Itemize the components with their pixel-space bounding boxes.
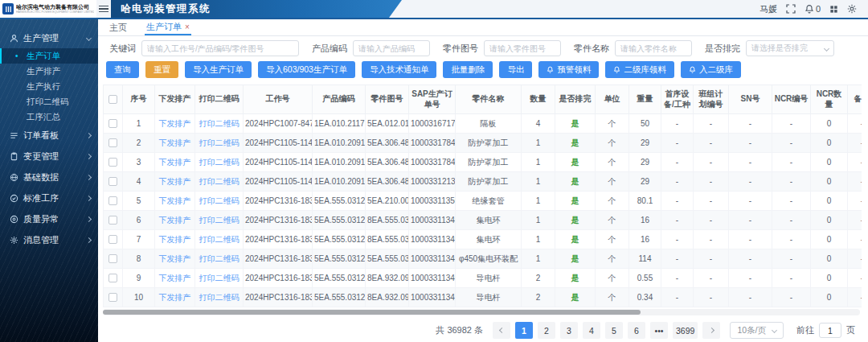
into-secondary-store-button[interactable]: 入二级库 — [681, 61, 741, 78]
print-qr-link[interactable]: 打印二维码 — [199, 138, 240, 147]
dispatch-link[interactable]: 下发排产 — [159, 216, 191, 225]
reset-button[interactable]: 重置 — [145, 61, 178, 78]
row-checkbox[interactable] — [108, 216, 117, 225]
scheduled-complete-select[interactable]: 请选择是否排完 — [746, 40, 834, 56]
sidebar-subitem-production-scheduling[interactable]: 生产排产 — [0, 64, 98, 79]
sidebar-subitem-production-execution[interactable]: 生产执行 — [0, 79, 98, 94]
row-checkbox[interactable] — [108, 158, 117, 167]
page-button-1[interactable]: 1 — [515, 322, 533, 339]
row-checkbox[interactable] — [108, 119, 117, 128]
sidebar-item-production-management[interactable]: 生产管理 — [0, 27, 98, 48]
cell-work_no: 2024HPC1316-1833-2 — [244, 211, 313, 230]
print-qr-link[interactable]: 打印二维码 — [199, 158, 240, 167]
row-checkbox[interactable] — [108, 177, 117, 186]
import-production-orders-button[interactable]: 导入生产订单 — [185, 61, 252, 78]
sidebar-subitem-production-orders[interactable]: 生产订单 — [0, 48, 98, 64]
cell-dispatch-link: 下发排产 — [155, 134, 195, 153]
page-button-•••[interactable]: ••• — [650, 322, 668, 339]
print-qr-link[interactable]: 打印二维码 — [199, 293, 240, 302]
print-qr-link[interactable]: 打印二维码 — [199, 177, 240, 186]
part-drawing-no-input[interactable] — [484, 40, 561, 56]
notification-bell-icon[interactable]: 0 — [805, 4, 821, 14]
goto-page-input[interactable] — [819, 323, 841, 338]
fullscreen-icon[interactable] — [786, 4, 796, 14]
print-qr-link[interactable]: 打印二维码 — [199, 119, 240, 128]
sidebar-item-message-management[interactable]: 消息管理 — [0, 229, 98, 250]
dispatch-link[interactable]: 下发排产 — [159, 274, 191, 282]
scrollbar-thumb[interactable] — [103, 310, 641, 315]
tab-home[interactable]: 主页 — [108, 19, 129, 35]
dispatch-link[interactable]: 下发排产 — [159, 158, 191, 167]
cell-seq: 10 — [123, 288, 155, 307]
cell-team_plan: - — [694, 134, 729, 153]
dispatch-link[interactable]: 下发排产 — [159, 196, 191, 205]
page-size-select[interactable]: 10条/页 — [730, 322, 784, 339]
sidebar-subitem-print-qrcode[interactable]: 打印二维码 — [0, 94, 98, 109]
chevron-right-icon — [86, 216, 92, 221]
bell-icon — [613, 66, 620, 73]
dispatch-link[interactable]: 下发排产 — [159, 138, 191, 147]
cell-part_no: 5EA.306.4887 — [366, 134, 409, 153]
dispatch-link[interactable]: 下发排产 — [159, 254, 191, 263]
warning-material-button[interactable]: 预警领料 — [538, 61, 599, 78]
page-button-3[interactable]: 3 — [560, 322, 578, 339]
sidebar-item-order-board[interactable]: 订单看板 — [0, 125, 98, 146]
page-button-3699[interactable]: 3699 — [673, 322, 698, 339]
cell-checkbox — [104, 230, 123, 249]
sidebar-item-standard-process[interactable]: 标准工序 — [0, 187, 98, 208]
sidebar-item-quality-anomaly[interactable]: 质量异常 — [0, 208, 98, 229]
row-checkbox[interactable] — [108, 196, 117, 205]
import-603-903-orders-button[interactable]: 导入603/903生产订单 — [258, 61, 355, 78]
prev-page-button[interactable] — [493, 322, 510, 339]
print-qr-link[interactable]: 打印二维码 — [199, 274, 240, 282]
dispatch-link[interactable]: 下发排产 — [159, 119, 191, 128]
row-checkbox[interactable] — [108, 274, 117, 282]
secondary-store-pick-button[interactable]: 二级库领料 — [605, 61, 674, 78]
tab-production-orders[interactable]: 生产订单 × — [145, 19, 191, 35]
notification-count: 0 — [816, 4, 821, 14]
page-button-4[interactable]: 4 — [583, 322, 600, 339]
print-qr-link[interactable]: 打印二维码 — [199, 196, 240, 205]
print-qr-link[interactable]: 打印二维码 — [199, 216, 240, 225]
select-all-checkbox[interactable] — [108, 95, 117, 104]
apps-grid-icon[interactable] — [829, 5, 838, 14]
table-header-row: 序号下发排产打印二维码工作号产品编码零件图号SAP生产订单号零件名称数量是否排完… — [104, 85, 862, 114]
export-button[interactable]: 导出 — [499, 61, 532, 78]
cell-ncr_no: - — [772, 153, 811, 172]
tab-close-icon[interactable]: × — [185, 23, 190, 31]
page-button-6[interactable]: 6 — [628, 322, 645, 339]
keyword-input[interactable] — [141, 40, 299, 56]
sidebar-subitem-process-summary[interactable]: 工序汇总 — [0, 109, 98, 125]
page-button-5[interactable]: 5 — [605, 322, 623, 339]
row-checkbox[interactable] — [108, 138, 117, 147]
import-tech-notice-button[interactable]: 导入技术通知单 — [362, 61, 437, 78]
dispatch-link[interactable]: 下发排产 — [159, 293, 191, 302]
dispatch-link[interactable]: 下发排产 — [159, 235, 191, 244]
cell-value: 0 — [827, 293, 832, 302]
row-checkbox[interactable] — [108, 235, 117, 244]
settings-gear-icon[interactable] — [847, 4, 857, 14]
cell-ncr_no: - — [772, 134, 811, 153]
page-button-2[interactable]: 2 — [538, 322, 555, 339]
sidebar-item-change-management[interactable]: 变更管理 — [0, 146, 98, 167]
product-code-input[interactable] — [353, 40, 430, 56]
row-checkbox[interactable] — [108, 293, 117, 302]
next-page-button[interactable] — [702, 322, 720, 339]
sidebar-item-basic-data[interactable]: 基础数据 — [0, 167, 98, 187]
cell-value: 集电环 — [477, 216, 501, 225]
cell-print-qr-link: 打印二维码 — [195, 172, 244, 192]
user-name[interactable]: 马媛 — [760, 3, 777, 15]
horizontal-scrollbar[interactable] — [103, 309, 860, 315]
target-icon — [10, 215, 18, 224]
part-name-input[interactable] — [615, 40, 692, 56]
dispatch-link[interactable]: 下发排产 — [159, 177, 191, 186]
search-button[interactable]: 查询 — [106, 61, 139, 78]
print-qr-link[interactable]: 打印二维码 — [199, 235, 240, 244]
cell-value: 0 — [827, 235, 832, 244]
print-qr-link[interactable]: 打印二维码 — [199, 254, 240, 263]
cell-seq: 1 — [123, 114, 155, 134]
cell-remark: - — [848, 269, 862, 288]
batch-delete-button[interactable]: 批量删除 — [443, 61, 493, 78]
row-checkbox[interactable] — [108, 254, 117, 263]
sidebar-collapse-icon[interactable] — [96, 0, 111, 18]
